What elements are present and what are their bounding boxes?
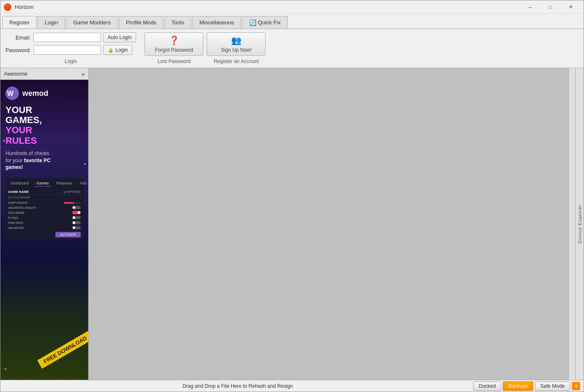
sparkle-icon-right: ✦: [83, 162, 87, 166]
wemod-option-jump-height: JUMP HEIGHT: [8, 200, 81, 205]
tab-game-modders[interactable]: Game Modders: [66, 16, 118, 29]
password-input[interactable]: [34, 45, 101, 55]
titlebar: Horizon ─ □ ✕: [0, 0, 584, 14]
wemod-advertisement[interactable]: W wemod YOUR GAMES, YOUR RULES Hundreds …: [0, 80, 88, 380]
users-icon: 👥: [231, 35, 242, 45]
god-mode-toggle: [72, 211, 81, 214]
minimize-button[interactable]: ─: [521, 1, 540, 13]
lost-password-label: Lost Password: [158, 58, 191, 64]
tab-miscellaneous[interactable]: Miscellaneous: [192, 16, 241, 29]
wemod-headline-line4: RULES: [5, 136, 83, 146]
app-icon: [4, 3, 11, 11]
settings-icon: ⚙: [574, 384, 578, 388]
statusbar-buttons: Docked Backups Safe Mode ⚙: [473, 381, 580, 391]
forgot-password-label: Forgot Password: [155, 47, 193, 53]
tab-profile-mods-label: Profile Mods: [126, 19, 156, 26]
tab-login[interactable]: Login: [37, 16, 65, 29]
login-area: Email: Auto Login Password: 🔒 Login Logi…: [0, 29, 584, 68]
sign-up-button[interactable]: 👥 Sign Up Now!: [207, 32, 266, 56]
wemod-option-unlimited-health: UNLIMITED HEALTH: [8, 205, 81, 210]
auto-login-label: Auto Login: [108, 34, 132, 40]
tab-register-label: Register: [9, 19, 29, 26]
sidebar-title: Awesome: [4, 71, 28, 77]
tab-bar: Register Login Game Modders Profile Mods…: [0, 14, 584, 29]
email-input[interactable]: [33, 33, 100, 42]
wemod-activate-button[interactable]: ACTIVATE: [55, 232, 81, 237]
login-form: Email: Auto Login Password: 🔒 Login Logi…: [5, 32, 136, 64]
maximize-button[interactable]: □: [541, 1, 560, 13]
jump-height-bar: [64, 202, 81, 204]
wemod-headline-line3: YOUR: [5, 125, 83, 135]
tab-miscellaneous-label: Miscellaneous: [199, 19, 234, 26]
sidebar: Awesome « W wemod YOUR: [0, 68, 89, 380]
wemod-free-download-banner: FREE DOWNLOAD: [37, 331, 88, 368]
scrollbar[interactable]: [568, 68, 575, 380]
main-content-area: [89, 68, 568, 380]
email-label: Email:: [5, 34, 31, 41]
wemod-headline-line1: YOUR: [5, 105, 83, 115]
wemod-tab-hub: Hub: [77, 180, 88, 187]
wemod-tab-dashboard: Dashboard: [8, 180, 32, 187]
unlimited-toggle: [72, 226, 81, 229]
wemod-subtext: Hundreds of cheats for your favorite PC …: [5, 150, 83, 171]
register-account-label: Register an Account: [214, 58, 259, 64]
statusbar: Drag and Drop a File Here to Rehash and …: [0, 380, 584, 392]
wemod-tab-requests: Requests: [54, 180, 75, 187]
titlebar-controls: ─ □ ✕: [521, 1, 580, 13]
wemod-tabs-bar: Dashboard Games Requests Hub: [8, 180, 81, 187]
device-explorer-label: Device Explorer: [577, 205, 582, 244]
wemod-game-name: GAME NAME: [8, 190, 29, 194]
login-button-label: Login: [116, 47, 128, 53]
password-label: Password:: [5, 47, 31, 53]
wemod-option-flying: FLYING: [8, 215, 81, 220]
close-button[interactable]: ✕: [561, 1, 580, 13]
wemod-game-item: GAME NAME 14 OPTIONS: [8, 189, 81, 195]
tab-quick-fix[interactable]: 🔄 Quick Fix: [242, 16, 288, 29]
backups-button[interactable]: Backups: [503, 381, 533, 391]
login-button[interactable]: 🔒 Login: [103, 45, 132, 55]
titlebar-left: Horizon: [4, 3, 34, 11]
wemod-headline: YOUR GAMES, YOUR RULES: [5, 105, 83, 146]
safe-mode-button[interactable]: Safe Mode: [535, 381, 570, 391]
statusbar-message: Drag and Drop a File Here to Rehash and …: [4, 383, 471, 389]
window-title: Horizon: [15, 4, 34, 10]
content-area: Awesome « W wemod YOUR: [0, 68, 584, 380]
main-window: Horizon ─ □ ✕ Register Login Game Modder…: [0, 0, 584, 392]
forgot-password-button[interactable]: ❓ Forgot Password: [145, 32, 203, 56]
sparkle-icon-bottom: ✦: [4, 367, 7, 371]
flying-toggle: [72, 216, 81, 219]
svg-text:W: W: [7, 90, 14, 97]
quick-fix-icon: 🔄: [249, 19, 256, 26]
statusbar-icon: ⚙: [572, 382, 580, 390]
wemod-option-unlimited: UNLIMITED...: [8, 225, 81, 230]
wemod-game-options: 14 OPTIONS: [63, 190, 81, 193]
password-row: Password: 🔒 Login: [5, 45, 136, 55]
login-section-label: Login: [5, 58, 136, 64]
unlimited-health-toggle: [72, 206, 81, 209]
wemod-game-by: by Some Modder: [8, 195, 81, 200]
docked-button[interactable]: Docked: [473, 381, 501, 391]
sidebar-collapse-button[interactable]: «: [82, 71, 85, 77]
wemod-logo: W wemod: [5, 87, 83, 100]
wemod-tab-games: Games: [34, 180, 51, 187]
sparkle-icon-left: ✦: [2, 139, 5, 143]
tab-game-modders-label: Game Modders: [73, 19, 111, 26]
wemod-headline-line2: GAMES,: [5, 115, 83, 125]
wemod-screenshot: Dashboard Games Requests Hub GAME NAME 1…: [5, 178, 83, 240]
question-icon: ❓: [169, 35, 179, 45]
tab-register[interactable]: Register: [2, 16, 37, 29]
device-explorer-panel[interactable]: Device Explorer: [575, 68, 584, 380]
tab-profile-mods[interactable]: Profile Mods: [119, 16, 163, 29]
auto-login-button[interactable]: Auto Login: [103, 32, 136, 42]
tab-quick-fix-label: Quick Fix: [258, 19, 281, 26]
wemod-logo-text: wemod: [22, 89, 48, 98]
sign-up-label: Sign Up Now!: [221, 47, 252, 53]
fire-rate-toggle: [72, 221, 81, 224]
wemod-option-fire-rate: FIRE RATE: [8, 220, 81, 225]
lock-icon: 🔒: [108, 47, 114, 53]
jump-height-fill: [64, 202, 74, 204]
tab-tools[interactable]: Tools: [164, 16, 191, 29]
wemod-option-god-mode: GOD MODE: [8, 210, 81, 215]
wemod-logo-icon: W: [5, 87, 19, 100]
action-buttons: ❓ Forgot Password Lost Password 👥 Sign U…: [145, 32, 266, 64]
